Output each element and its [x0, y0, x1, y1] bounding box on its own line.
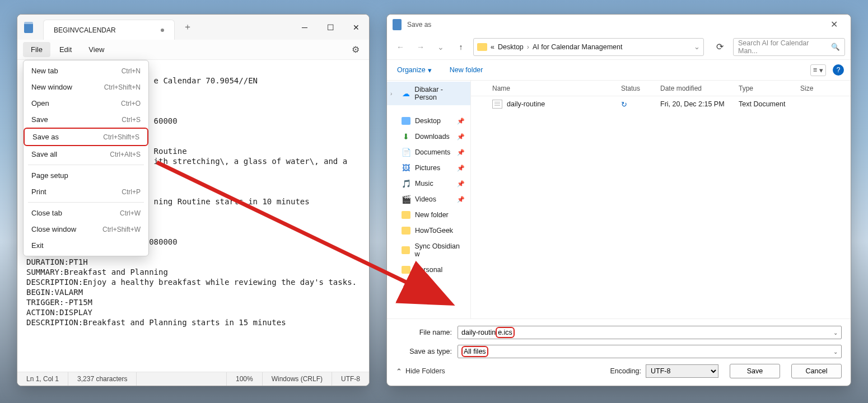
- menu-item-shortcut: Ctrl+Shift+S: [103, 133, 139, 141]
- text-file-icon: [492, 100, 502, 109]
- saveastype-value-highlight: All files: [461, 346, 488, 357]
- sidebar-item-videos[interactable]: 🎬Videos📌: [387, 191, 470, 207]
- sidebar-item-label: Music: [415, 180, 433, 188]
- saveastype-field-row: Save as type: All files ⌄: [396, 345, 842, 358]
- menu-item-label: Save: [31, 115, 48, 124]
- notepad-tab[interactable]: BEGINVCALENDAR: [43, 20, 175, 40]
- chevron-down-icon[interactable]: ⌄: [833, 330, 838, 336]
- sidebar-item-label: Personal: [415, 266, 442, 274]
- notepad-body: e Calendar 70.9054//EN 60000 Routine ith…: [17, 60, 369, 372]
- filename-input[interactable]: daily-routine.ics ⌄: [458, 326, 842, 339]
- chevron-down-icon[interactable]: ⌄: [694, 43, 700, 51]
- menu-item-page-setup[interactable]: Page setup: [24, 167, 148, 184]
- new-folder-button[interactable]: New folder: [446, 64, 487, 76]
- menu-item-close-tab[interactable]: Close tabCtrl+W: [24, 205, 148, 221]
- menu-view[interactable]: View: [81, 42, 112, 57]
- saveas-actions-row: ⌃ Hide Folders Encoding: UTF-8 Save Canc…: [396, 364, 842, 378]
- sidebar-item-pictures[interactable]: 🖼Pictures📌: [387, 160, 470, 176]
- help-button[interactable]: ?: [833, 64, 844, 76]
- doc-icon: 📄: [402, 148, 410, 156]
- sidebar-item-label: New folder: [415, 211, 449, 219]
- pin-icon: 📌: [457, 149, 465, 156]
- saveas-titlebar: Save as ✕: [387, 15, 851, 34]
- menu-item-save[interactable]: SaveCtrl+S: [24, 111, 148, 128]
- menu-item-new-window[interactable]: New windowCtrl+Shift+N: [24, 79, 148, 95]
- close-button[interactable]: ✕: [343, 15, 369, 40]
- folder-icon: [402, 211, 410, 219]
- pin-icon: 📌: [457, 180, 465, 188]
- search-input[interactable]: Search AI for Calendar Man... 🔍: [733, 38, 845, 56]
- col-size[interactable]: Size: [796, 85, 818, 92]
- menu-item-shortcut: Ctrl+O: [121, 100, 141, 107]
- nav-up-button[interactable]: ↑: [453, 39, 469, 55]
- file-date: Fri, 20, Dec 2:15 PM: [656, 100, 734, 108]
- chevron-down-icon[interactable]: ⌄: [833, 349, 838, 355]
- col-date[interactable]: Date modified: [656, 85, 734, 92]
- sidebar-item-label: Downloads: [415, 133, 450, 140]
- sidebar-item-personal[interactable]: Personal: [387, 262, 470, 278]
- menu-item-close-window[interactable]: Close windowCtrl+Shift+W: [24, 221, 148, 237]
- nav-back-button[interactable]: ←: [393, 39, 408, 55]
- sidebar-item-music[interactable]: 🎵Music📌: [387, 176, 470, 191]
- sidebar-item-label: Videos: [415, 195, 436, 203]
- file-row[interactable]: daily-routine↻Fri, 20, Dec 2:15 PMText D…: [471, 96, 851, 112]
- sidebar-item-sync-obsidian-w[interactable]: Sync Obsidian w: [387, 238, 470, 262]
- col-name[interactable]: Name: [488, 85, 617, 92]
- organize-button[interactable]: Organize ▾: [394, 64, 435, 77]
- menu-item-new-tab[interactable]: New tabCtrl+N: [24, 63, 148, 79]
- sidebar-item-label: HowToGeek: [415, 227, 453, 235]
- nav-recent-button[interactable]: ⌄: [433, 39, 449, 55]
- menu-item-print[interactable]: PrintCtrl+P: [24, 184, 148, 200]
- col-status[interactable]: Status: [617, 85, 656, 92]
- sidebar-item-documents[interactable]: 📄Documents📌: [387, 144, 470, 160]
- minimize-button[interactable]: ─: [292, 15, 318, 40]
- address-bar[interactable]: « Desktop › AI for Calendar Management ⌄: [473, 38, 704, 56]
- notepad-app-icon: [24, 22, 33, 33]
- menu-item-save-as[interactable]: Save asCtrl+Shift+S: [24, 128, 148, 146]
- encoding-label: Encoding:: [610, 367, 641, 375]
- close-button[interactable]: ✕: [823, 15, 845, 34]
- vid-icon: 🎬: [402, 195, 410, 203]
- status-encoding: UTF-8: [332, 372, 369, 386]
- saveastype-select[interactable]: All files ⌄: [458, 345, 842, 358]
- hide-folders-button[interactable]: ⌃ Hide Folders: [396, 367, 445, 376]
- encoding-select[interactable]: UTF-8: [646, 364, 718, 378]
- cancel-button[interactable]: Cancel: [791, 364, 842, 378]
- refresh-button[interactable]: ⟳: [711, 38, 729, 56]
- view-options-button[interactable]: ≡ ▾: [810, 64, 826, 76]
- col-type[interactable]: Type: [734, 85, 796, 92]
- menu-item-open[interactable]: OpenCtrl+O: [24, 95, 148, 111]
- sidebar-item-desktop[interactable]: Desktop📌: [387, 113, 470, 129]
- menu-item-save-all[interactable]: Save allCtrl+Alt+S: [24, 146, 148, 162]
- pin-icon: 📌: [457, 165, 465, 172]
- menu-item-exit[interactable]: Exit: [24, 237, 148, 254]
- sidebar-item-dibakar-person[interactable]: ›☁Dibakar - Person: [387, 82, 470, 105]
- status-spacer: [137, 372, 227, 386]
- menu-edit[interactable]: Edit: [52, 42, 80, 57]
- notepad-titlebar: BEGINVCALENDAR ＋ ─ ☐ ✕: [17, 15, 369, 40]
- sidebar-item-label: Desktop: [415, 117, 441, 125]
- saveas-window: Save as ✕ ← → ⌄ ↑ « Desktop › AI for Cal…: [386, 14, 851, 386]
- breadcrumb-item[interactable]: AI for Calendar Management: [533, 43, 623, 51]
- breadcrumb-overflow[interactable]: «: [491, 43, 494, 51]
- menu-file[interactable]: File: [23, 42, 50, 57]
- menu-separator: [28, 202, 144, 203]
- new-tab-button[interactable]: ＋: [178, 18, 197, 37]
- sidebar-item-new-folder[interactable]: New folder: [387, 207, 470, 223]
- search-placeholder: Search AI for Calendar Man...: [738, 39, 827, 55]
- nav-forward-button[interactable]: →: [413, 39, 428, 55]
- folder-icon: [477, 43, 487, 51]
- sidebar-item-downloads[interactable]: ⬇Downloads📌: [387, 129, 470, 144]
- maximize-button[interactable]: ☐: [318, 15, 343, 40]
- menu-item-shortcut: Ctrl+Shift+W: [102, 226, 141, 233]
- settings-gear-icon[interactable]: ⚙: [348, 42, 363, 58]
- column-headers[interactable]: Name Status Date modified Type Size: [471, 81, 851, 96]
- status-zoom: 100%: [227, 372, 263, 386]
- save-button[interactable]: Save: [730, 364, 780, 378]
- menu-item-shortcut: Ctrl+W: [120, 209, 141, 217]
- folder-icon: [402, 266, 410, 274]
- notepad-statusbar: Ln 1, Col 1 3,237 characters 100% Window…: [17, 372, 369, 386]
- sidebar-item-howtogeek[interactable]: HowToGeek: [387, 223, 470, 238]
- cloud-icon: ☁: [402, 90, 410, 97]
- breadcrumb-item[interactable]: Desktop: [498, 43, 524, 51]
